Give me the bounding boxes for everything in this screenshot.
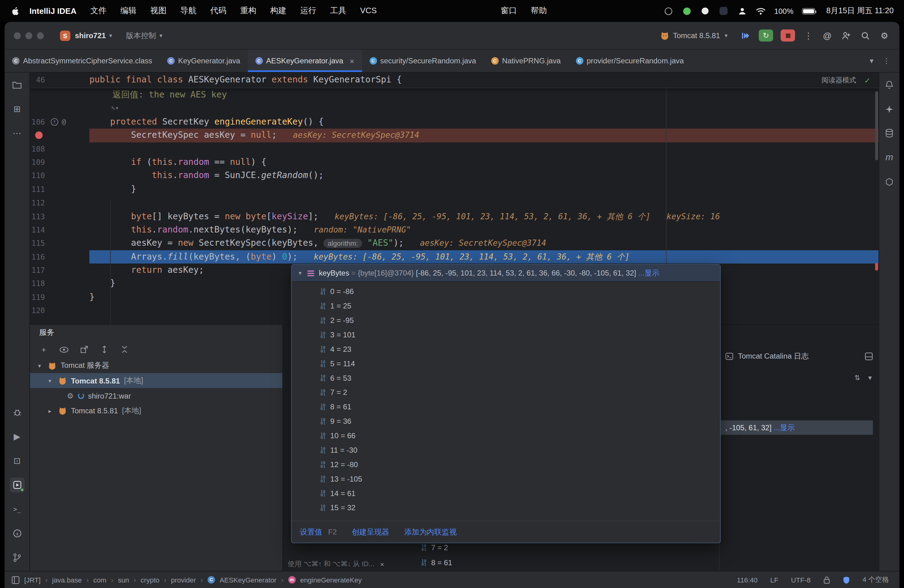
debug-icon[interactable] [9,405,25,420]
more-actions-kebab-icon[interactable]: ⋮ [803,30,814,41]
line-number-108[interactable]: 108 [30,142,45,156]
chevron-expanded-icon[interactable]: ▾ [49,377,54,384]
tree-row-tomcat-servers[interactable]: ▾ Tomcat 服务器 [30,358,283,373]
panel-layout-icon[interactable] [865,352,873,360]
search-everywhere-icon[interactable] [860,30,871,41]
close-window-button[interactable] [14,32,21,39]
line-number-117[interactable]: 117 [30,264,45,277]
popup-entry-row-4[interactable]: 10014 = 23 [292,342,720,356]
more-tool-windows-icon[interactable]: ⋯ [9,126,25,141]
error-stripe-mark[interactable] [875,263,878,270]
line-number-115[interactable]: 115 [30,237,45,250]
code-line-114[interactable]: 114 this.random.nextBytes(keyBytes);rand… [30,223,879,237]
line-number-110[interactable]: 110 [30,169,45,183]
file-encoding[interactable]: UTF-8 [791,576,811,584]
scroll-to-end-icon[interactable]: ⇅ [855,374,860,382]
caret-position[interactable]: 116:40 [737,576,758,584]
menubar-clock[interactable]: 8月15日 周五 11:20 [826,6,893,16]
popup-entry-row-7[interactable]: 10017 = 2 [292,385,720,400]
popup-entry-row-3[interactable]: 10013 = 101 [292,327,720,342]
code-line-111[interactable]: 111 } [30,183,879,196]
line-number-118[interactable]: 118 [30,277,45,291]
code-line-112[interactable]: 112 [30,196,879,210]
run-configuration-selector[interactable]: Tomcat 8.5.81 ▾ [660,31,729,40]
log-panel-header[interactable]: Tomcat Catalina 日志 [719,349,879,364]
set-value-link[interactable]: 设置值 [300,527,322,537]
popup-entry-row-12[interactable]: 100112 = -80 [292,457,720,472]
tree-row-deployment[interactable]: ⚙ shiro721:war [30,388,283,403]
popup-entry-row-0[interactable]: 10010 = -86 [292,284,720,299]
breadcrumb-item-4[interactable]: sun [118,576,129,584]
wifi-icon[interactable] [756,6,766,16]
build-icon[interactable]: ⊡ [9,453,25,468]
indent-style[interactable]: 4 个空格 [863,575,889,585]
popup-entry-row-1[interactable]: 10011 = 25 [292,299,720,313]
white-app-status-icon[interactable] [700,6,710,16]
breadcrumb-item-7[interactable]: AESKeyGenerator [220,576,277,584]
code-line-110[interactable]: 110 this.random = SunJCE.getRandom(); [30,169,879,183]
editor-scrollbar-thumb[interactable] [875,91,878,160]
apple-menu-icon[interactable] [11,6,19,16]
rerun-button[interactable]: ↻ [759,30,773,41]
create-renderer-link[interactable]: 创建呈现器 [352,527,389,537]
popup-entry-row-10[interactable]: 100110 = 66 [292,428,720,443]
add-service-icon[interactable]: + [38,344,50,356]
override-gutter-icon[interactable]: ↑ [51,118,58,125]
gradle-icon[interactable] [882,174,897,189]
popup-entry-row-11[interactable]: 100111 = -30 [292,443,720,457]
minimize-window-button[interactable] [25,32,33,39]
tree-row-tomcat-server-selected[interactable]: ▾ Tomcat 8.5.81 [本地] [30,373,283,388]
code-line-113[interactable]: 113 byte[] keyBytes = new byte[keySize];… [30,210,879,223]
git-branch-icon[interactable] [9,550,25,565]
breadcrumb-item-3[interactable]: com [93,576,106,584]
line-separator[interactable]: LF [770,576,778,584]
sticky-line[interactable]: 46public final class AESKeyGenerator ext… [30,73,879,88]
popup-entry-row-14[interactable]: 100114 = 61 [292,486,720,501]
close-hint-icon[interactable]: × [380,560,384,568]
editor-tab-5[interactable]: CNativePRNG.java [484,49,568,72]
reader-mode-widget[interactable]: 阅读器模式 ✓ [822,73,871,88]
chevron-collapsed-icon[interactable]: ▸ [49,408,54,414]
line-number-113[interactable]: 113 [30,210,45,223]
breadcrumb-item-8[interactable]: engineGenerateKey [300,576,362,584]
project-name[interactable]: shiro721 [75,31,106,40]
line-number-46[interactable]: 46 [30,74,45,87]
tree-row-tomcat-server-2[interactable]: ▸ Tomcat 8.5.81 [本地] [30,403,283,418]
variables-row-8[interactable]: 10018 = 61 [422,555,452,570]
menubar-right-item-2[interactable]: 帮助 [531,6,547,16]
popup-header-row[interactable]: ▾ keyBytes = {byte[16]@3704} [-86, 25, -… [292,265,720,282]
project-avatar[interactable]: S [60,30,70,41]
zoom-window-button[interactable] [37,32,44,39]
popup-entry-row-2[interactable]: 10012 = -95 [292,313,720,327]
editor-tab-3[interactable]: CAESKeyGenerator.java× [248,49,362,72]
lock-icon[interactable] [823,576,830,584]
breadcrumb-item-5[interactable]: crypto [141,576,159,584]
chevron-expanded-icon[interactable]: ▾ [38,362,44,369]
line-number-119[interactable]: 119 [30,291,45,304]
services-tool-icon[interactable] [9,477,25,493]
line-number-112[interactable]: 112 [30,196,45,210]
record-status-icon[interactable] [664,6,673,16]
breadcrumb-item-1[interactable]: [JRT] [24,576,41,584]
vcs-widget[interactable]: 版本控制 [126,30,156,41]
expand-all-icon[interactable] [99,344,111,356]
run-icon[interactable]: ▶ [9,429,25,444]
project-folder-icon[interactable] [9,77,25,92]
green-app-status-icon[interactable] [682,6,692,16]
stop-button[interactable] [781,30,795,41]
code-line-107[interactable]: SecretKeySpec aesKey = null;aesKey: Secr… [30,128,879,142]
menubar-item-4[interactable]: 导航 [180,6,196,16]
line-number-109[interactable]: 109 [30,156,45,169]
popup-entry-row-15[interactable]: 100115 = 32 [292,501,720,515]
user-status-icon[interactable] [737,6,747,16]
assistant-spark-icon[interactable] [882,101,897,117]
code-line-116[interactable]: 116 Arrays.fill(keyBytes, (byte) 0);keyB… [30,250,879,264]
line-number-111[interactable]: 111 [30,183,45,196]
show-more-link[interactable]: ...显示 [774,422,795,433]
menubar-item-7[interactable]: 构建 [270,6,286,16]
breadcrumb-item-2[interactable]: java.base [52,576,82,584]
editor-tab-2[interactable]: CKeyGenerator.java [160,49,248,72]
line-number-114[interactable]: 114 [30,223,45,237]
editor-tab-1[interactable]: CAbstractSymmetricCipherService.class [5,49,160,72]
line-number-107[interactable] [30,128,45,142]
